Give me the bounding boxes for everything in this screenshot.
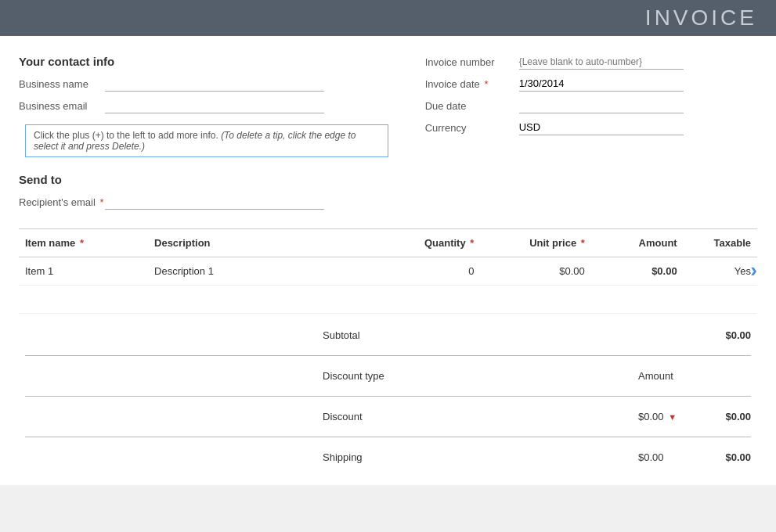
shipping-label: Shipping [316, 445, 632, 469]
business-name-label: Business name [19, 78, 105, 90]
main-content: Your contact info Business name Business… [0, 36, 776, 314]
subtotal-spacer [19, 323, 316, 347]
business-email-label: Business email [19, 100, 105, 112]
items-table-wrapper: Item name * Description Quantity * Unit … [19, 228, 757, 314]
shipping-type-value: $0.00 [632, 445, 695, 469]
plus-icon-area: Click the plus (+) to the left to add mo… [25, 120, 388, 162]
subtotal-value: $0.00 [695, 323, 757, 347]
contact-section: Your contact info Business name Business… [19, 55, 388, 216]
required-star-recipient: * [97, 196, 104, 208]
summary-section: Subtotal $0.00 Discount type Amount Disc… [0, 314, 776, 485]
col-quantity: Quantity * [388, 229, 480, 257]
cell-unit-price: $0.00 [480, 257, 590, 286]
shipping-divider-row [19, 429, 757, 445]
invoice-number-row: Invoice number [425, 55, 757, 70]
tooltip-text: Click the plus (+) to the left to add mo… [34, 130, 218, 141]
recipient-email-input[interactable] [105, 194, 324, 210]
due-date-row: Due date [425, 98, 757, 113]
cell-amount: $0.00 [591, 257, 684, 286]
discount-type-label: Discount type [316, 364, 632, 388]
invoice-info-section: Invoice number Invoice date * Due date C… [425, 55, 757, 216]
recipient-email-label: Recipient's email * [19, 196, 105, 208]
cell-quantity: 0 [388, 257, 480, 286]
table-empty-row [19, 286, 757, 314]
contact-section-title: Your contact info [19, 55, 388, 68]
business-email-input[interactable] [105, 98, 324, 113]
col-amount: Amount [591, 229, 684, 257]
discount-type-value: $0.00 ▼ [632, 404, 695, 429]
shipping-row: Shipping $0.00 $0.00 [19, 445, 757, 469]
page-header: INVOICE [0, 0, 776, 36]
business-email-row: Business email [19, 98, 388, 113]
currency-label: Currency [425, 122, 519, 134]
discount-label: Discount [316, 404, 632, 429]
shipping-value: $0.00 [695, 445, 757, 469]
table-header-row: Item name * Description Quantity * Unit … [19, 229, 757, 257]
business-name-row: Business name [19, 76, 388, 92]
required-star-item: * [77, 237, 84, 249]
required-star-date: * [482, 78, 489, 90]
due-date-label: Due date [425, 100, 519, 112]
col-item-name: Item name * [19, 229, 148, 257]
scroll-indicator-icon: › [750, 260, 757, 280]
discount-value: $0.00 [695, 404, 757, 429]
summary-divider-row [19, 347, 757, 364]
subtotal-row: Subtotal $0.00 [19, 323, 757, 347]
table-row: Item 1 Description 1 0 $0.00 $0.00 [19, 257, 757, 286]
invoice-date-input[interactable] [519, 76, 684, 92]
send-to-section: Send to Recipient's email * [19, 173, 388, 210]
subtotal-label: Subtotal [316, 323, 632, 347]
discount-type-header-row: Discount type Amount [19, 364, 757, 388]
discount-amount-header: Amount [632, 364, 695, 388]
required-star-price: * [578, 237, 585, 249]
summary-table: Subtotal $0.00 Discount type Amount Disc… [19, 323, 757, 469]
col-taxable: Taxable [684, 229, 757, 257]
invoice-number-input[interactable] [519, 55, 684, 70]
top-section: Your contact info Business name Business… [19, 55, 757, 216]
col-description: Description [148, 229, 388, 257]
invoice-date-row: Invoice date * [425, 76, 757, 92]
tooltip-box: Click the plus (+) to the left to add mo… [25, 124, 388, 157]
required-star-qty: * [467, 237, 475, 249]
discount-row: Discount $0.00 ▼ $0.00 [19, 404, 757, 429]
currency-input[interactable] [519, 120, 684, 135]
due-date-input[interactable] [519, 98, 684, 113]
business-name-input[interactable] [105, 76, 324, 92]
subtotal-spacer2 [632, 323, 695, 347]
send-to-title: Send to [19, 173, 388, 186]
cell-item-name: Item 1 [19, 257, 148, 286]
cell-taxable: Yes [684, 257, 757, 286]
invoice-number-label: Invoice number [425, 56, 519, 68]
recipient-email-row: Recipient's email * [19, 194, 388, 210]
col-unit-price: Unit price * [480, 229, 590, 257]
page-title: INVOICE [645, 5, 757, 31]
discount-dropdown-icon[interactable]: ▼ [668, 412, 677, 422]
currency-row: Currency [425, 120, 757, 135]
cell-description: Description 1 [148, 257, 388, 286]
discount-type-divider-row [19, 388, 757, 404]
items-table: Item name * Description Quantity * Unit … [19, 228, 757, 314]
invoice-date-label: Invoice date * [425, 78, 519, 90]
